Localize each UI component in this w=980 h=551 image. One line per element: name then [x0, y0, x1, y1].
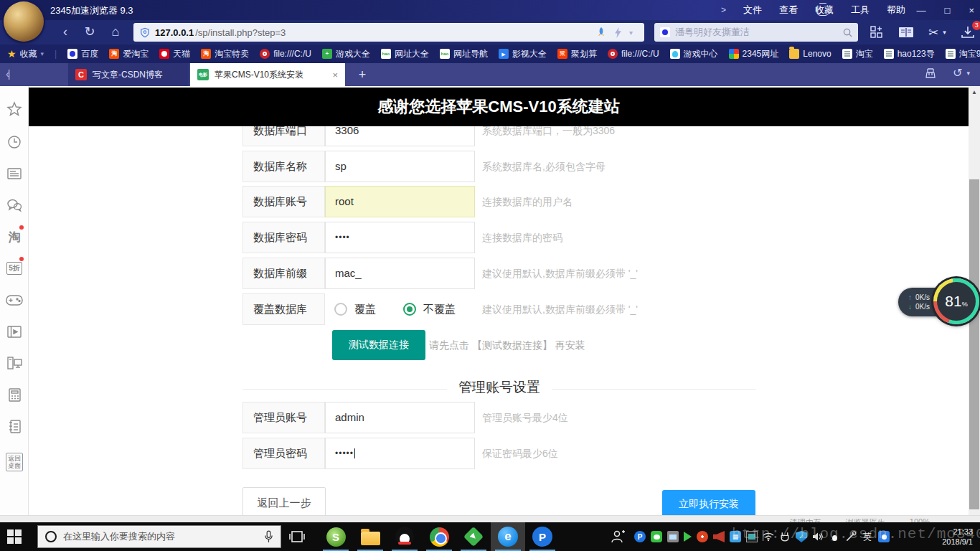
bookmark-item[interactable]: Lenovo [789, 49, 831, 59]
status-zoom-level[interactable]: 100% [910, 517, 930, 522]
bookmark-item[interactable]: file:///C:/U [260, 49, 311, 59]
sidebar-back-to-desktop[interactable]: 返回桌面 [0, 448, 29, 476]
tab-csdn[interactable]: C 写文章-CSDN博客 [68, 63, 189, 86]
bookmark-item[interactable]: 淘宝 [842, 48, 873, 60]
boost-lightning-icon[interactable] [614, 27, 622, 38]
sidebar-computer[interactable] [0, 349, 29, 377]
menu-tools[interactable]: 工具 [851, 4, 870, 17]
tray-player-icon[interactable] [684, 532, 692, 542]
bookmark-item[interactable]: +游戏大全 [322, 48, 370, 60]
menu-help[interactable]: 帮助 [887, 4, 905, 17]
taskbar-app-chrome[interactable] [422, 522, 456, 551]
taskbar-clock[interactable]: 21:33 2018/9/1 [925, 527, 973, 547]
speed-rocket-icon[interactable] [595, 27, 607, 38]
tray-pin-icon[interactable] [845, 531, 857, 542]
bookmark-item[interactable]: 聚聚划算 [557, 48, 597, 60]
scroll-up-icon[interactable]: ▲ [969, 89, 980, 95]
tray-remote-desktop-icon[interactable] [667, 531, 679, 542]
tab-close-icon[interactable]: × [332, 70, 338, 80]
restore-closed-tab-icon[interactable]: ↺ [953, 66, 962, 80]
bookmark-item[interactable]: 淘淘宝特卖 [201, 48, 249, 60]
sidebar-calculator[interactable] [0, 380, 29, 409]
tab-cms-install-active[interactable]: 电影 苹果CMS-V10系统安装 × [190, 63, 345, 86]
taskbar-app-pp[interactable]: P [525, 522, 560, 551]
search-box[interactable]: 潘粤明好友撕董洁 [654, 23, 858, 42]
minimize-button[interactable]: — [917, 5, 926, 16]
bookmark-item[interactable]: hao123导 [884, 48, 935, 60]
microphone-icon[interactable] [264, 530, 273, 543]
bookmark-item[interactable]: 游戏中心 [670, 48, 718, 60]
sidebar-notes[interactable] [0, 412, 29, 441]
tray-blue-app-icon[interactable]: ▦ [730, 531, 741, 542]
favorites-menu[interactable]: ★ 收藏 ▾ [7, 48, 44, 60]
apps-grid-icon[interactable] [870, 25, 884, 39]
db-user-input[interactable]: root [325, 186, 475, 217]
bookmark-item[interactable]: ▶影视大全 [499, 48, 547, 60]
radio-overwrite[interactable] [334, 303, 347, 316]
sidebar-taobao[interactable]: 淘 [0, 222, 29, 251]
bookmark-item[interactable]: 2345网址 [729, 48, 779, 60]
refresh-button[interactable]: ↻ [80, 22, 99, 41]
download-manager-icon[interactable]: 3 [961, 26, 975, 39]
tray-pp-icon[interactable]: P [634, 531, 646, 542]
start-button[interactable] [7, 529, 22, 544]
tray-plug-icon[interactable] [779, 531, 791, 542]
new-tab-button[interactable]: + [353, 66, 372, 83]
address-bar[interactable]: 127.0.0.1/sp/install.php?step=3 [133, 23, 644, 42]
tray-wifi-icon[interactable] [763, 531, 774, 542]
admin-user-input[interactable]: admin [325, 402, 475, 433]
bookmark-item[interactable]: 淘宝9块9 [946, 48, 980, 60]
tray-volume-icon[interactable] [812, 531, 824, 542]
sidebar-coupon[interactable]: 5折 [0, 254, 29, 283]
tray-red-flower-icon[interactable] [697, 531, 708, 542]
tray-red-speaker-icon[interactable] [713, 531, 725, 542]
bookmark-item[interactable]: 百度 [67, 48, 98, 60]
tray-monitor-icon[interactable] [746, 531, 758, 542]
search-icon[interactable] [843, 28, 852, 37]
menu-expand-icon[interactable]: > [721, 5, 726, 15]
test-connection-button[interactable]: 测试数据连接 [332, 330, 425, 360]
maximize-button[interactable]: □ [945, 5, 951, 16]
cleaner-broom-icon[interactable] [924, 67, 937, 80]
tray-contact-icon[interactable] [878, 531, 890, 542]
tab-scroll-left-icon[interactable]: ‹| [6, 68, 9, 80]
boost-dropdown-icon[interactable]: ▾ [629, 29, 633, 37]
status-browser-doctor[interactable]: 浏览器医生 [846, 517, 885, 522]
skin-theme-icon[interactable] [816, 3, 829, 16]
back-button[interactable]: ‹ [56, 22, 75, 41]
db-name-input[interactable]: sp [325, 151, 475, 182]
scrollbar-thumb[interactable] [969, 179, 979, 509]
taskbar-search-placeholder[interactable]: 在这里输入你要搜索的内容 [63, 530, 258, 543]
menu-view[interactable]: 查看 [779, 4, 798, 17]
reader-mode-icon[interactable] [898, 26, 914, 39]
db-prefix-input[interactable]: mac_ [325, 258, 475, 289]
restore-dropdown-icon[interactable]: ▾ [966, 70, 970, 77]
screenshot-scissors-icon[interactable]: ✂ [928, 25, 938, 40]
sidebar-wechat[interactable] [0, 191, 29, 220]
admin-password-input[interactable]: ••••• [325, 438, 475, 469]
menu-file[interactable]: 文件 [743, 4, 762, 17]
people-icon[interactable] [608, 528, 626, 545]
search-keyword[interactable]: 潘粤明好友撕董洁 [675, 26, 838, 39]
browser-avatar[interactable] [4, 1, 44, 42]
sidebar-games[interactable] [0, 286, 29, 314]
bookmark-item[interactable]: hao网址导航 [440, 48, 488, 60]
taskbar-app-2345-browser-active[interactable]: e [491, 522, 525, 551]
bookmark-item[interactable]: 天猫 [159, 48, 190, 60]
home-button[interactable]: ⌂ [106, 22, 125, 41]
screenshot-dropdown-icon[interactable]: ▾ [943, 29, 946, 36]
taskbar-search-box[interactable]: 在这里输入你要搜索的内容 [37, 525, 281, 548]
tray-wechat-icon[interactable] [651, 531, 662, 542]
sidebar-favorites[interactable] [0, 95, 29, 123]
taskbar-app-green-diamond[interactable] [456, 522, 491, 551]
memory-gauge[interactable]: 81% [933, 278, 979, 324]
radio-overwrite-label[interactable]: 覆盖 [354, 293, 376, 325]
tray-ime-language[interactable]: 英 [862, 531, 873, 542]
task-view-icon[interactable] [288, 528, 306, 545]
sidebar-history[interactable] [0, 128, 29, 156]
close-button[interactable]: × [969, 5, 974, 16]
db-password-input[interactable]: •••• [325, 222, 475, 253]
bookmark-item[interactable]: hao网址大全 [381, 48, 429, 60]
taskbar-app-explorer[interactable] [353, 522, 387, 551]
tray-pc-manager-icon[interactable]: ✓ [796, 531, 807, 542]
